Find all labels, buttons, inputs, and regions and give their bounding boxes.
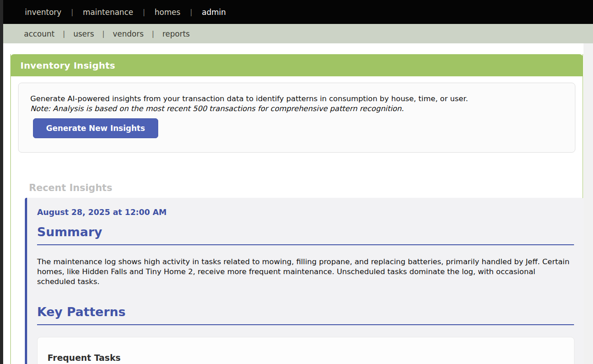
pattern-title: Frequent Tasks (47, 353, 564, 363)
generate-new-insights-button[interactable]: Generate New Insights (33, 118, 158, 138)
pattern-card-frequent-tasks: Frequent Tasks Mowing, blowing leaves, a… (37, 337, 574, 364)
nav-separator: | (102, 29, 104, 38)
window-left-edge (0, 0, 3, 364)
panel-body: Generate AI-powered insights from your t… (11, 76, 583, 364)
page-title: Inventory Insights (20, 60, 115, 71)
insights-generator-card: Generate AI-powered insights from your t… (18, 83, 575, 153)
key-patterns-heading: Key Patterns (37, 305, 574, 319)
page-content: Inventory Insights Generate AI-powered i… (0, 43, 593, 364)
nav-separator: | (190, 8, 192, 16)
nav-item-admin[interactable]: admin (202, 8, 226, 17)
subnav-item-vendors[interactable]: vendors (113, 29, 143, 38)
nav-item-maintenance[interactable]: maintenance (83, 8, 133, 17)
panel-header: Inventory Insights (10, 54, 583, 76)
nav-separator: | (143, 8, 145, 16)
generator-description: Generate AI-powered insights from your t… (30, 94, 563, 104)
insight-card: August 28, 2025 at 12:00 AM Summary The … (25, 198, 584, 364)
summary-text: The maintenance log shows high activity … (37, 257, 574, 287)
recent-insights-heading: Recent Insights (29, 182, 575, 193)
primary-nav: inventory | maintenance | homes | admin (0, 0, 593, 24)
nav-item-homes[interactable]: homes (155, 8, 180, 17)
subnav-item-account[interactable]: account (24, 29, 55, 38)
nav-separator: | (71, 8, 73, 16)
secondary-nav: account | users | vendors | reports (0, 24, 593, 43)
inventory-insights-panel: Inventory Insights Generate AI-powered i… (10, 54, 583, 364)
nav-separator: | (152, 29, 154, 38)
generator-note: Note: Analysis is based on the most rece… (30, 104, 563, 114)
subnav-item-users[interactable]: users (73, 29, 94, 38)
scrollbar-track[interactable] (584, 43, 593, 364)
summary-divider (37, 244, 574, 245)
nav-separator: | (63, 29, 65, 38)
summary-heading: Summary (37, 225, 574, 239)
nav-item-inventory[interactable]: inventory (25, 8, 61, 17)
insight-date: August 28, 2025 at 12:00 AM (37, 208, 574, 217)
key-patterns-divider (37, 324, 574, 325)
subnav-item-reports[interactable]: reports (162, 29, 190, 38)
